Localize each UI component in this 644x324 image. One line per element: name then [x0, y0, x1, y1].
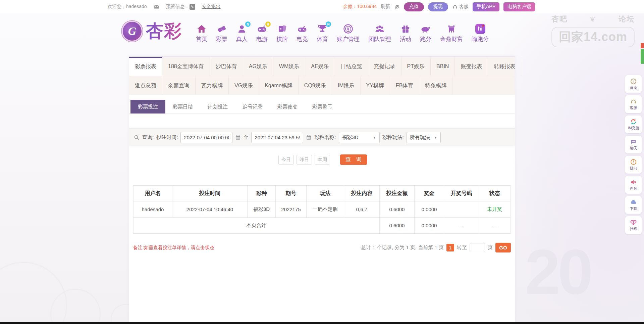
tab-ae[interactable]: AE娱乐 [305, 57, 335, 76]
nav-home[interactable]: 首页 [196, 24, 207, 43]
background-number-watermark: 20 [525, 235, 590, 308]
this-week-button[interactable]: 本周 [315, 155, 330, 165]
tab-ag[interactable]: AG娱乐 [243, 57, 273, 76]
hi-app-icon: hi [475, 24, 486, 34]
tab-account-change-report[interactable]: 账变报表 [455, 57, 488, 76]
tab-daily-summary[interactable]: 日结总览 [335, 57, 368, 76]
tab-188-sport[interactable]: 188金宝博体育 [162, 57, 210, 76]
tab-transfer-report[interactable]: 转账报表 [488, 57, 521, 76]
eye-off-icon[interactable] [394, 4, 400, 10]
page-number-input[interactable] [470, 243, 485, 252]
current-page-badge[interactable]: 1 [446, 244, 454, 251]
nav-account-manage[interactable]: ¥ 账户管理 [337, 24, 360, 43]
table-row: hadesado 2022-07-04 10:46:40 福彩3D 202217… [133, 201, 511, 218]
sidebar-item-download[interactable]: 下载 [625, 196, 642, 214]
calendar-icon[interactable] [235, 135, 241, 140]
today-button[interactable]: 今日 [278, 155, 294, 165]
report-tabs-row1: 彩票报表 188金宝博体育 沙巴体育 AG娱乐 WM娱乐 AE娱乐 日结总览 充… [129, 57, 515, 76]
sidebar-item-sound[interactable]: 声音 [625, 176, 642, 194]
refresh-link[interactable]: 刷新 [381, 4, 390, 10]
subtab-lottery-profit[interactable]: 彩票盈亏 [305, 100, 340, 113]
tab-shaba-sport[interactable]: 沙巴体育 [210, 57, 243, 76]
time-from-input[interactable] [180, 132, 232, 143]
tab-deposit-record[interactable]: 充提记录 [368, 57, 401, 76]
subtab-chase-record[interactable]: 追号记录 [235, 100, 270, 113]
search-icon [134, 135, 140, 140]
sidebar-item-service[interactable]: 客服 [625, 95, 642, 113]
svg-text:¥: ¥ [347, 27, 350, 32]
nav-lottery[interactable]: 彩票 [216, 24, 227, 43]
mobile-app-button[interactable]: 手机APP [473, 2, 499, 11]
edit-pencil-icon[interactable]: ✎ [190, 4, 195, 10]
lottery-select-value: 福彩3D [342, 134, 359, 141]
sidebar-item-autobet[interactable]: 挂机 [625, 216, 642, 234]
subtab-plan-bet[interactable]: 计划投注 [200, 100, 235, 113]
nav-esports[interactable]: 电竞 [297, 24, 308, 43]
sidebar-item-home[interactable]: ↑ 首页 [625, 75, 642, 93]
logout-link[interactable]: 安全退出 [202, 4, 221, 10]
col-status: 状态 [479, 186, 511, 201]
tab-im[interactable]: IM娱乐 [332, 76, 361, 95]
cell-bet-time: 2022-07-04 10:46:40 [172, 201, 248, 218]
subtab-lottery-bet[interactable]: 彩票投注 [130, 100, 165, 113]
diamond-icon [630, 219, 637, 226]
nav-sports[interactable]: 体育 N [317, 24, 328, 43]
tab-vg[interactable]: VG娱乐 [229, 76, 259, 95]
status-badge[interactable]: 未开奖 [479, 201, 511, 218]
table-total-row: 本页合计 0.6000 0.0000 — — [133, 218, 511, 234]
scrollbar-thumb[interactable] [641, 49, 644, 64]
scrollbar-thumb-top[interactable] [641, 43, 644, 48]
nav-activity[interactable]: 活动 [400, 24, 411, 43]
tab-kgame[interactable]: Kgame棋牌 [259, 76, 299, 95]
time-to-input[interactable] [251, 132, 303, 143]
sidebar-item-question[interactable]: ! 疑问 [625, 156, 642, 174]
play-type-select[interactable]: 所有玩法 ▼ [407, 132, 441, 143]
headset-icon [452, 4, 458, 10]
tab-wali-chess[interactable]: 瓦力棋牌 [196, 76, 229, 95]
sidebar-item-chat[interactable]: 聊天 [625, 136, 642, 153]
subtab-lottery-account-change[interactable]: 彩票账变 [270, 100, 305, 113]
tab-lottery-report[interactable]: 彩票报表 [129, 57, 162, 76]
tab-balance-query[interactable]: 余额查询 [162, 76, 196, 95]
calendar-icon[interactable] [306, 135, 312, 140]
nav-team-manage[interactable]: 团队管理 [368, 24, 391, 43]
tab-pt[interactable]: PT娱乐 [401, 57, 431, 76]
nav-live[interactable]: 真人 N [236, 24, 248, 43]
site-logo[interactable]: G 杏彩 [122, 19, 182, 43]
cards-icon [277, 24, 287, 34]
lottery-name-label: 彩种名称: [314, 134, 336, 141]
sidebar-item-im-recharge[interactable]: IM充值 [625, 115, 642, 133]
subtab-lottery-daily[interactable]: 彩票日结 [165, 100, 200, 113]
withdraw-button[interactable]: 提现 [428, 2, 448, 11]
total-status: — [479, 218, 511, 234]
yesterday-button[interactable]: 昨日 [297, 155, 312, 165]
im-recharge-icon [630, 119, 637, 125]
nav-hi-paofen[interactable]: hi 嗨跑分 [472, 24, 489, 43]
nav-paofen[interactable]: 跑分 [420, 24, 431, 43]
pc-client-button[interactable]: 电脑客户端 [503, 2, 535, 11]
recharge-button[interactable]: 充值 [404, 2, 424, 11]
tab-wm[interactable]: WM娱乐 [273, 57, 305, 76]
tab-cq9[interactable]: CQ9娱乐 [299, 76, 332, 95]
mail-icon[interactable] [154, 4, 159, 10]
forum-watermark: 杏吧 ❦ 论坛 回家14.com [551, 14, 635, 47]
nav-chess[interactable]: 棋牌 [276, 24, 288, 43]
tab-bbin[interactable]: BBIN [431, 57, 455, 76]
tab-tetu-chess[interactable]: 特兔棋牌 [419, 76, 452, 95]
bet-record-table: 用户名 投注时间 彩种 期号 玩法 投注内容 投注金额 奖金 开奖号码 状态 h… [133, 185, 511, 234]
tab-yy-chess[interactable]: YY棋牌 [361, 76, 390, 95]
nav-egame[interactable]: 电游 H [256, 24, 268, 43]
tab-fb-sport[interactable]: FB体育 [390, 76, 419, 95]
nav-jinding-wealth[interactable]: 金鼎财富 [440, 24, 463, 43]
lottery-select[interactable]: 福彩3D ▼ [339, 132, 380, 143]
go-button[interactable]: GO [495, 243, 511, 252]
tab-rebate-total[interactable]: 返点总额 [129, 76, 162, 95]
service-link[interactable]: 客服 [452, 4, 469, 10]
home-icon [196, 24, 207, 34]
cell-lottery: 福彩3D [248, 201, 276, 218]
cell-bet-content: 0,6,7 [344, 201, 380, 218]
query-button[interactable]: 查 询 [340, 154, 367, 165]
cell-draw-number [444, 201, 479, 218]
balance-value: 100.6934 [357, 4, 377, 9]
headset-icon [630, 98, 637, 105]
